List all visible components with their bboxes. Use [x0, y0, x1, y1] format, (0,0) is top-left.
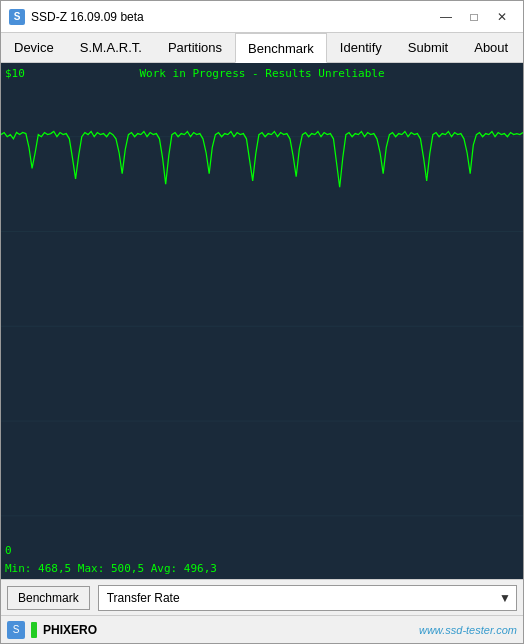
menu-item-identify[interactable]: Identify: [327, 33, 395, 62]
status-app-icon: S: [7, 621, 25, 639]
main-content: $10 Work in Progress - Results Unreliabl…: [1, 63, 523, 615]
menu-item-smart[interactable]: S.M.A.R.T.: [67, 33, 155, 62]
main-window: S SSD-Z 16.09.09 beta — □ ✕ Device S.M.A…: [0, 0, 524, 644]
minimize-button[interactable]: —: [433, 7, 459, 27]
dropdown-container: Transfer Rate IOPS Latency ▼: [98, 585, 517, 611]
status-bar: S PHIXERO www.ssd-tester.com: [1, 615, 523, 643]
bottom-toolbar: Benchmark Transfer Rate IOPS Latency ▼: [1, 579, 523, 615]
benchmark-chart: [1, 63, 523, 579]
menu-item-about[interactable]: About: [461, 33, 521, 62]
menu-item-benchmark[interactable]: Benchmark: [235, 33, 327, 63]
title-controls: — □ ✕: [433, 7, 515, 27]
menu-bar: Device S.M.A.R.T. Partitions Benchmark I…: [1, 33, 523, 63]
window-title: SSD-Z 16.09.09 beta: [31, 10, 144, 24]
menu-item-partitions[interactable]: Partitions: [155, 33, 235, 62]
chart-area: $10 Work in Progress - Results Unreliabl…: [1, 63, 523, 579]
maximize-button[interactable]: □: [461, 7, 487, 27]
device-name: PHIXERO: [43, 623, 97, 637]
watermark-text: www.ssd-tester.com: [419, 624, 517, 636]
close-button[interactable]: ✕: [489, 7, 515, 27]
title-bar-left: S SSD-Z 16.09.09 beta: [9, 9, 144, 25]
benchmark-button[interactable]: Benchmark: [7, 586, 90, 610]
menu-item-device[interactable]: Device: [1, 33, 67, 62]
status-indicator: [31, 622, 37, 638]
menu-item-submit[interactable]: Submit: [395, 33, 461, 62]
title-bar: S SSD-Z 16.09.09 beta — □ ✕: [1, 1, 523, 33]
chart-type-dropdown[interactable]: Transfer Rate IOPS Latency: [98, 585, 517, 611]
app-icon: S: [9, 9, 25, 25]
